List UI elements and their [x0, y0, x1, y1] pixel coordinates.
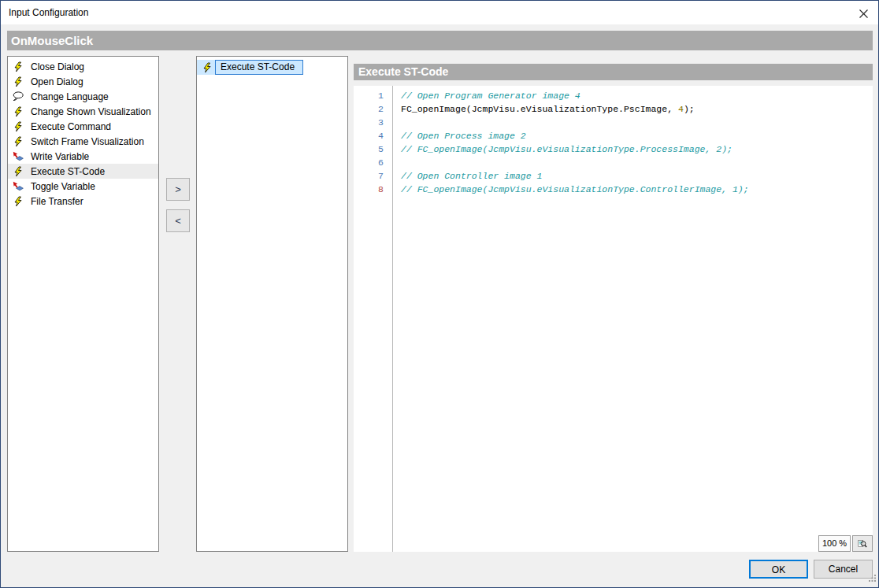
list-item-label: Execute Command: [31, 121, 111, 132]
code-line: 3: [354, 116, 873, 129]
gutter-separator: [392, 86, 393, 552]
code-comment: // Open Program Generator image 4: [384, 89, 580, 102]
list-item-execute-command[interactable]: Execute Command: [8, 119, 158, 134]
close-icon: [859, 9, 869, 19]
editor-header-label: Execute ST-Code: [358, 65, 448, 78]
code-comment: // FC_openImage(JcmpVisu.eVisualizationT…: [384, 183, 749, 196]
list-item-label: Change Language: [31, 91, 109, 102]
code-statement: FC_openImage(JcmpVisu.eVisualizationType…: [384, 102, 695, 116]
cancel-button[interactable]: Cancel: [814, 560, 873, 579]
number-literal: 4: [678, 104, 684, 114]
list-item-label: Open Dialog: [31, 76, 83, 87]
lightning-icon: [13, 166, 24, 177]
remove-action-button[interactable]: <: [166, 209, 190, 232]
list-item-execute-st-code[interactable]: Execute ST-Code: [8, 164, 158, 179]
line-number: 1: [354, 89, 384, 102]
editor-header: Execute ST-Code: [354, 64, 873, 80]
lightning-icon: [13, 61, 24, 72]
list-item-label: Execute ST-Code: [31, 166, 105, 177]
window-title: Input Configuration: [9, 7, 88, 18]
lightning-icon: [13, 106, 24, 117]
code-line: 2 FC_openImage(JcmpVisu.eVisualizationTy…: [354, 102, 873, 116]
list-item-change-language[interactable]: Change Language: [8, 89, 158, 104]
code-line: 5 // FC_openImage(JcmpVisu.eVisualizatio…: [354, 142, 873, 156]
event-header: OnMouseClick: [7, 31, 873, 50]
st-code-editor[interactable]: 1 // Open Program Generator image 4 2 FC…: [354, 86, 873, 552]
available-actions-list: Close Dialog Open Dialog Change Language…: [7, 56, 159, 552]
zoom-magnifier-icon: [858, 538, 867, 550]
event-header-label: OnMouseClick: [11, 34, 93, 47]
write-variable-icon: [13, 151, 24, 162]
add-action-button[interactable]: >: [166, 178, 190, 201]
zoom-button[interactable]: [852, 535, 873, 552]
code-comment: // FC_openImage(JcmpVisu.eVisualizationT…: [384, 142, 732, 156]
list-item-toggle-variable[interactable]: Toggle Variable: [8, 179, 158, 194]
input-configuration-dialog: Input Configuration OnMouseClick Close D…: [0, 0, 879, 588]
list-item-file-transfer[interactable]: File Transfer: [8, 194, 158, 209]
ok-button[interactable]: OK: [749, 560, 808, 579]
assigned-actions-list: Execute ST-Code: [196, 56, 348, 552]
line-number-current: 8: [354, 183, 384, 196]
title-bar[interactable]: Input Configuration: [1, 1, 878, 24]
lightning-icon: [13, 121, 24, 132]
line-number: 3: [354, 116, 384, 129]
list-item-label: Switch Frame Visualization: [31, 136, 144, 147]
speech-bubble-icon: [13, 91, 24, 102]
line-number: 6: [354, 156, 384, 169]
list-item-close-dialog[interactable]: Close Dialog: [8, 59, 158, 74]
list-item-change-shown-visualization[interactable]: Change Shown Visualization: [8, 104, 158, 119]
close-button[interactable]: [855, 6, 871, 21]
list-item-label: Close Dialog: [31, 61, 84, 72]
lightning-icon: [13, 136, 24, 147]
code-line: 7 // Open Controller image 1: [354, 169, 873, 183]
line-number: 4: [354, 129, 384, 142]
code-comment: // Open Controller image 1: [384, 169, 542, 183]
line-number: 7: [354, 169, 384, 183]
line-number: 5: [354, 142, 384, 156]
list-item-open-dialog[interactable]: Open Dialog: [8, 74, 158, 89]
code-line: 4 // Open Process image 2: [354, 129, 873, 142]
code-comment: // Open Process image 2: [384, 129, 526, 142]
code-line: 8 // FC_openImage(JcmpVisu.eVisualizatio…: [354, 183, 873, 196]
line-number: 2: [354, 102, 384, 116]
code-line: 1 // Open Program Generator image 4: [354, 89, 873, 102]
list-item-label: Toggle Variable: [31, 181, 95, 192]
zoom-level-field[interactable]: 100 %: [818, 535, 851, 552]
lightning-icon: [13, 196, 24, 207]
code-line: 6: [354, 156, 873, 169]
resize-grip[interactable]: [868, 571, 876, 585]
list-item-write-variable[interactable]: Write Variable: [8, 149, 158, 164]
list-item-label: File Transfer: [31, 196, 83, 207]
lightning-icon: [202, 62, 213, 73]
assigned-item-execute-st-code[interactable]: Execute ST-Code: [197, 60, 303, 75]
list-item-switch-frame-visualization[interactable]: Switch Frame Visualization: [8, 134, 158, 149]
list-item-label: Change Shown Visualization: [31, 106, 151, 117]
assigned-item-label[interactable]: Execute ST-Code: [215, 60, 303, 75]
list-item-label: Write Variable: [31, 151, 89, 162]
write-variable-icon: [13, 181, 24, 192]
lightning-icon: [13, 76, 24, 87]
